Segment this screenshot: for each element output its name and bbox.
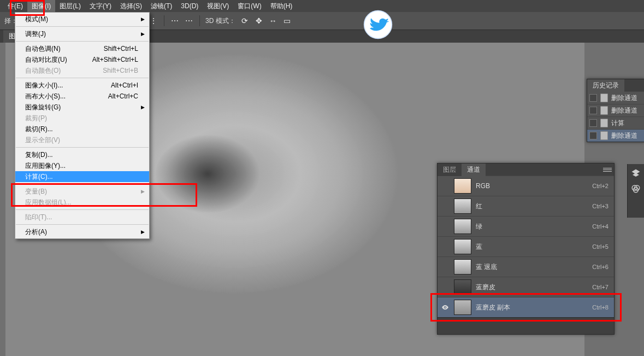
history-label: 计算 [611,119,624,128]
history-item[interactable]: 删除通道 [587,91,644,104]
channel-shortcut: Ctrl+6 [592,264,608,270]
history-toggle[interactable] [589,119,597,127]
menu-item-auto-contrast[interactable]: 自动对比度(U)Alt+Shift+Ctrl+L [15,54,149,65]
menu-item-calculations[interactable]: 计算(C)... [15,171,149,182]
history-item[interactable]: 删除通道 [587,104,644,116]
separator [199,15,200,26]
menu-item-analysis[interactable]: 分析(A) [15,226,149,237]
visibility-toggle[interactable] [441,222,450,231]
channel-shortcut: Ctrl+4 [592,223,608,230]
channel-thumb [454,199,471,214]
menu-item-image-size[interactable]: 图像大小(I)...Alt+Ctrl+I [15,80,149,91]
panel-header: 图层 通道 [438,164,614,176]
menu-bar: 件(E) 图像(I) 图层(L) 文字(Y) 选择(S) 滤镜(T) 3D(D)… [0,0,644,12]
menu-item-variables: 变量(B) [15,186,149,197]
menu-file[interactable]: 件(E) [3,0,27,13]
channel-name: 红 [476,202,588,211]
history-item[interactable]: 删除通道 [587,129,644,142]
right-panel-strip [627,164,644,218]
history-label: 删除通道 [611,94,637,103]
distribute-icon[interactable]: ⋯ [184,16,194,26]
document-icon [600,119,608,127]
channel-name: 蓝磨皮 [476,283,588,292]
channel-shortcut: Ctrl+2 [592,183,608,189]
menu-item-adjustments[interactable]: 调整(J) [15,28,149,39]
history-label: 删除通道 [611,131,637,141]
history-toggle[interactable] [589,132,597,139]
menu-item-apply-image[interactable]: 应用图像(Y)... [15,160,149,171]
menu-item-apply-dataset: 应用数据组(L)... [15,197,149,208]
channel-shortcut: Ctrl+8 [592,304,608,311]
channel-name: 蓝 [476,242,588,252]
menu-select[interactable]: 选择(S) [116,0,146,13]
channel-thumb [454,219,471,234]
channel-thumb [454,178,471,194]
channels-panel: 图层 通道 RGB Ctrl+2 红 Ctrl+3 绿 Ctrl+4 蓝 Ctr… [437,163,615,335]
move-icon[interactable]: ↔ [268,16,278,26]
history-toggle[interactable] [589,94,597,102]
document-icon [600,131,608,140]
menu-item-canvas-size[interactable]: 画布大小(S)...Alt+Ctrl+C [15,91,149,102]
channel-row-rgb[interactable]: RGB Ctrl+2 [438,176,614,196]
menu-type[interactable]: 文字(Y) [85,0,116,13]
channel-name: 蓝 退底 [476,262,588,272]
panel-tab-history[interactable]: 历史记录 [587,79,624,92]
distribute-icon[interactable]: ⋮ [149,16,158,26]
channel-row-blue-skin[interactable]: 蓝磨皮 Ctrl+7 [438,277,614,297]
channel-thumb [454,239,471,254]
menu-view[interactable]: 视图(V) [203,0,233,13]
menu-3d[interactable]: 3D(D) [176,1,203,11]
channels-icon[interactable] [631,184,641,194]
channel-shortcut: Ctrl+5 [592,243,608,250]
panel-tab-channels[interactable]: 通道 [462,164,486,176]
channel-thumb [454,279,471,295]
camera-icon[interactable]: ▭ [282,16,292,26]
menu-item-trim[interactable]: 裁切(R)... [15,124,149,135]
visibility-toggle[interactable] [441,182,450,190]
visibility-toggle[interactable] [441,202,450,211]
menu-layer[interactable]: 图层(L) [55,0,85,13]
channel-row-blue-cutout[interactable]: 蓝 退底 Ctrl+6 [438,256,614,277]
channels-footer [438,317,614,334]
visibility-toggle[interactable] [441,283,450,291]
document-icon [600,94,608,102]
visibility-toggle[interactable] [441,242,450,251]
menu-item-auto-color: 自动颜色(O)Shift+Ctrl+B [15,65,149,76]
panel-tab-layers[interactable]: 图层 [438,164,462,176]
channel-thumb [454,259,471,275]
pan-icon[interactable]: ✥ [254,16,264,26]
channel-name: RGB [476,182,588,190]
menu-window[interactable]: 窗口(W) [233,0,265,13]
channel-row-blue[interactable]: 蓝 Ctrl+5 [438,236,614,256]
threeD-label: 3D 模式： [205,16,235,26]
visibility-toggle[interactable] [441,262,450,271]
history-item[interactable]: 计算 [587,116,644,129]
menu-help[interactable]: 帮助(H) [266,0,297,13]
channel-name: 蓝磨皮 副本 [476,303,588,312]
document-icon [600,106,608,115]
panel-header: 历史记录 [587,79,644,91]
menu-item-trap: 陷印(T)... [15,212,149,223]
channel-name: 绿 [476,222,588,231]
history-label: 删除通道 [611,106,637,115]
channel-row-green[interactable]: 绿 Ctrl+4 [438,216,614,236]
menu-item-mode[interactable]: 模式(M) [15,14,149,25]
separator [164,15,164,26]
menu-item-duplicate[interactable]: 复制(D)... [15,149,149,160]
channel-row-blue-skin-copy[interactable]: 蓝磨皮 副本 Ctrl+8 [438,297,614,317]
channel-row-red[interactable]: 红 Ctrl+3 [438,196,614,216]
menu-item-auto-tone[interactable]: 自动色调(N)Shift+Ctrl+L [15,43,149,54]
panel-menu-icon[interactable] [603,166,612,173]
bird-logo-icon [363,10,393,39]
distribute-icon[interactable]: ⋯ [170,16,180,26]
image-menu-dropdown: 模式(M) 调整(J) 自动色调(N)Shift+Ctrl+L 自动对比度(U)… [15,12,150,239]
visibility-toggle[interactable] [441,303,450,312]
history-toggle[interactable] [589,107,597,114]
orbit-icon[interactable]: ⟳ [240,16,250,26]
layers-icon[interactable] [631,168,641,178]
menu-item-image-rotation[interactable]: 图像旋转(G) [15,102,149,113]
menu-filter[interactable]: 滤镜(T) [146,0,176,13]
channel-shortcut: Ctrl+7 [592,284,608,290]
channel-shortcut: Ctrl+3 [592,203,608,209]
menu-image[interactable]: 图像(I) [27,0,55,13]
